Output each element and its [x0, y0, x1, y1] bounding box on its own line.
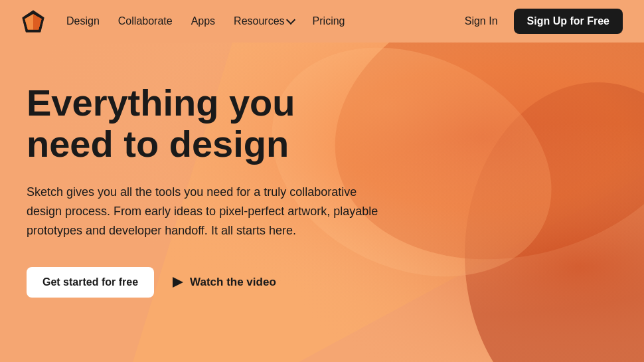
watch-video-label: Watch the video — [190, 276, 276, 289]
hero-headline: Everything you need to design — [27, 82, 385, 164]
hero-subtext: Sketch gives you all the tools you need … — [27, 183, 385, 240]
get-started-button[interactable]: Get started for free — [27, 267, 154, 298]
nav-link-resources[interactable]: Resources — [234, 15, 293, 27]
chevron-down-icon — [286, 15, 295, 25]
sign-in-button[interactable]: Sign In — [465, 15, 498, 27]
navbar: Design Collaborate Apps Resources Pricin… — [0, 0, 644, 43]
nav-link-pricing[interactable]: Pricing — [313, 15, 345, 27]
logo[interactable] — [21, 9, 45, 33]
nav-links: Design Collaborate Apps Resources Pricin… — [66, 15, 465, 27]
nav-link-apps[interactable]: Apps — [191, 15, 215, 27]
hero-content: Everything you need to design Sketch giv… — [0, 43, 412, 298]
nav-right: Sign In Sign Up for Free — [465, 9, 623, 34]
watch-video-button[interactable]: Watch the video — [173, 276, 276, 289]
sign-up-button[interactable]: Sign Up for Free — [514, 9, 623, 34]
nav-link-design[interactable]: Design — [66, 15, 100, 27]
play-icon — [173, 277, 183, 288]
hero-section: Everything you need to design Sketch giv… — [0, 43, 644, 362]
nav-link-collaborate[interactable]: Collaborate — [118, 15, 173, 27]
hero-actions: Get started for free Watch the video — [27, 267, 385, 298]
